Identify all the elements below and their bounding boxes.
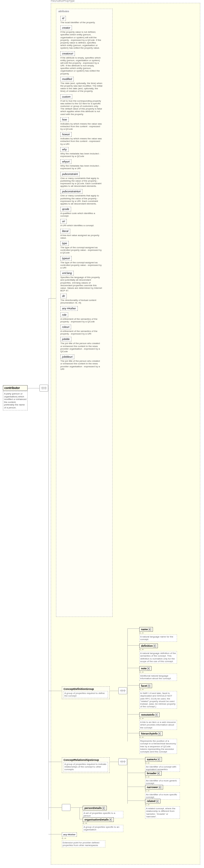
attribute-modified[interactable]: modifiedThe date (and, optionally, the t… <box>60 77 109 93</box>
attributes-frame: attributes idThe local identifier of the… <box>56 9 112 617</box>
attribute-xml-lang[interactable]: xml:langSpecifies the language of this p… <box>60 271 109 292</box>
remoteinfo-element[interactable]: remoteInfo+ 0..∞ A link to an item or a … <box>139 712 177 730</box>
attribute-why[interactable]: whyWhy the metadata has been included - … <box>60 147 109 158</box>
name-element[interactable]: name+ 0..∞ A natural language name for t… <box>139 627 177 642</box>
definition-element[interactable]: definition+ 0..∞ A natural language defi… <box>139 644 177 663</box>
root-element: contributor A party (person or organisat… <box>3 385 28 410</box>
attribute-custom[interactable]: customIf set to true the corresponding p… <box>60 94 109 116</box>
attribute-qcode[interactable]: qcodeA qualified code which identifies a… <box>60 207 109 217</box>
expand-icon[interactable]: + <box>149 628 151 631</box>
attribute-whyuri[interactable]: whyuriWhy the metadata has been included… <box>60 159 109 170</box>
organisationdetails-element[interactable]: organisationDetails+ 0..∞ A group of pro… <box>83 817 123 832</box>
attribute-creator[interactable]: creatorIf the property value is not defi… <box>60 26 109 49</box>
concept-relationships-group[interactable]: ConceptRelationshipsGroup A group of pro… <box>62 757 110 773</box>
attribute-dir[interactable]: dirThe directionality of textual content… <box>60 294 109 304</box>
attribute-pubconstraint[interactable]: pubconstraintOne or many constraints tha… <box>60 172 109 188</box>
concept-definition-group[interactable]: ConceptDefinitionGroup A group of proper… <box>62 686 110 699</box>
related-element[interactable]: related+ 0..∞ A related concept, where t… <box>145 799 180 819</box>
attribute-jobtitleuri[interactable]: jobtitleuriThe job title of the person w… <box>60 354 109 370</box>
attribute-role[interactable]: roleA refinement of the semantics of the… <box>60 312 109 323</box>
attribute-pubconstrainturi[interactable]: pubconstrainturiOne or many constraints … <box>60 189 109 205</box>
attribute-creatoruri[interactable]: creatoruriIf the attribute is empty, spe… <box>60 51 109 75</box>
sameas-element[interactable]: sameAs+ 0..∞ An identifier of a concept … <box>145 757 180 772</box>
narrower-element[interactable]: narrower+ 0..∞ An identifier of a more s… <box>145 785 180 800</box>
note-element[interactable]: note+ 0..∞ Additional natural language i… <box>139 666 177 681</box>
choice-connector <box>62 804 71 811</box>
attribute-jobtitle[interactable]: jobtitleThe job title of the person who … <box>60 337 109 353</box>
attribute-type[interactable]: typeThe type of the concept assigned as … <box>60 241 109 254</box>
root-sequence <box>40 384 48 392</box>
attribute-literal[interactable]: literalA free-text value assigned as pro… <box>60 229 109 239</box>
attribute-uri[interactable]: uriA URI which identifies a concept. <box>60 219 109 227</box>
attribute-how[interactable]: howIndicates by which means the value wa… <box>60 117 109 131</box>
crg-seq <box>119 758 127 765</box>
any-other-desc: Extension point for provider-defined pro… <box>62 840 105 847</box>
persondetails-element[interactable]: personDetails+ A set of properties speci… <box>83 806 123 818</box>
attribute-roleuri[interactable]: roleuriA refinement of the semantics of … <box>60 325 109 335</box>
attribute-typeuri[interactable]: typeuriThe type of the concept assigned … <box>60 256 109 269</box>
root-element-label[interactable]: contributor <box>3 385 28 391</box>
attribute-any---other[interactable]: any ##other <box>60 306 109 311</box>
facet-element[interactable]: facet+ 0..∞ In NAR 1.8 and later, facet … <box>139 683 177 709</box>
type-name: FlexAuthorPropType <box>51 0 75 2</box>
hierarchyinfo-element[interactable]: hierarchyInfo+ 0..∞ Represents the posit… <box>139 731 177 754</box>
any-other-element[interactable]: any ##other <box>62 832 77 837</box>
broader-element[interactable]: broader+ 0..∞ An identifier of a more ge… <box>145 771 180 786</box>
cdg-seq <box>119 687 127 694</box>
attribute-id[interactable]: idThe local identifier of the property. <box>60 16 109 24</box>
root-element-desc: A party (person or organisation) which m… <box>3 391 28 410</box>
attribute-howuri[interactable]: howuriIndicates by which means the value… <box>60 132 109 145</box>
